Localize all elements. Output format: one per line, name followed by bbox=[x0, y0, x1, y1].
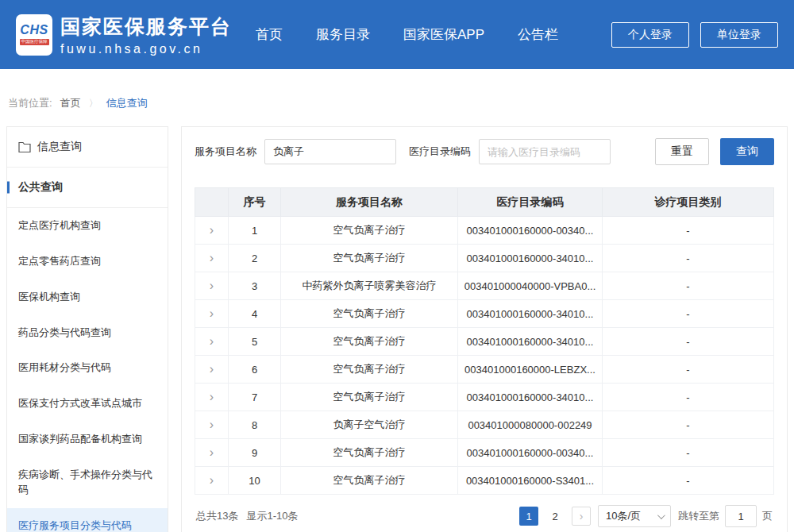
jump-suffix: 页 bbox=[762, 509, 773, 523]
row-code: 003401000160000-00340... bbox=[458, 217, 603, 245]
search-bar: 服务项目名称 医疗目录编码 重置 查询 bbox=[195, 138, 774, 165]
service-name-input[interactable] bbox=[264, 139, 396, 164]
next-page-button[interactable]: › bbox=[572, 507, 591, 526]
expand-chevron-icon[interactable]: › bbox=[210, 224, 214, 237]
row-expand-cell[interactable]: › bbox=[195, 356, 229, 384]
row-category: - bbox=[603, 411, 774, 439]
query-button[interactable]: 查询 bbox=[720, 138, 774, 165]
row-code: 003401000080000-002249 bbox=[458, 411, 603, 439]
row-no: 5 bbox=[229, 328, 281, 356]
row-expand-cell[interactable]: › bbox=[195, 300, 229, 328]
expand-chevron-icon[interactable]: › bbox=[210, 418, 214, 431]
row-name: 空气负离子治疗 bbox=[281, 384, 458, 411]
expand-chevron-icon[interactable]: › bbox=[210, 391, 214, 403]
content: 信息查询 公共查询 定点医疗机构查询 定点零售药店查询 医保机构查询 药品分类与… bbox=[0, 126, 794, 532]
page-button[interactable]: 1 bbox=[519, 507, 538, 526]
nav-item[interactable]: 公告栏 bbox=[518, 25, 558, 44]
catalog-code-input[interactable] bbox=[479, 139, 611, 164]
row-expand-cell[interactable]: › bbox=[195, 467, 229, 495]
row-code: 003401000160000-S3401... bbox=[458, 467, 603, 495]
row-code: 003401000160000-00340... bbox=[458, 439, 603, 467]
table-row[interactable]: › 8 负离子空气治疗 003401000080000-002249 - bbox=[195, 411, 774, 439]
row-code: 003401000160000-LEBZX... bbox=[458, 356, 603, 384]
breadcrumb-prefix: 当前位置: bbox=[8, 96, 52, 110]
login-button[interactable]: 单位登录 bbox=[700, 22, 778, 48]
row-category: - bbox=[603, 245, 774, 272]
service-name-label: 服务项目名称 bbox=[195, 145, 256, 159]
sidebar-item[interactable]: 医疗服务项目分类与代码 bbox=[7, 508, 168, 532]
sidebar-item[interactable]: 定点零售药店查询 bbox=[7, 244, 168, 279]
showing-range: 显示1-10条 bbox=[246, 509, 298, 523]
expand-chevron-icon[interactable]: › bbox=[210, 363, 214, 376]
reset-button[interactable]: 重置 bbox=[655, 138, 709, 165]
chevron-down-icon bbox=[657, 511, 665, 519]
header-code: 医疗目录编码 bbox=[458, 188, 603, 217]
nav-item[interactable]: 国家医保APP bbox=[403, 25, 484, 44]
sidebar-title: 信息查询 bbox=[7, 127, 168, 168]
row-no: 2 bbox=[229, 245, 281, 272]
expand-chevron-icon[interactable]: › bbox=[210, 474, 214, 487]
expand-chevron-icon[interactable]: › bbox=[210, 252, 214, 264]
table-row[interactable]: › 4 空气负离子治疗 003401000160000-34010... - bbox=[195, 300, 774, 328]
row-name: 空气负离子治疗 bbox=[281, 300, 458, 328]
row-name: 负离子空气治疗 bbox=[281, 411, 458, 439]
row-expand-cell[interactable]: › bbox=[195, 217, 229, 245]
table-row[interactable]: › 5 空气负离子治疗 003401000160000-34010... - bbox=[195, 328, 774, 356]
sidebar-item[interactable]: 国家谈判药品配备机构查询 bbox=[7, 422, 168, 457]
row-category: - bbox=[603, 467, 774, 495]
expand-chevron-icon[interactable]: › bbox=[210, 335, 214, 348]
breadcrumb-home[interactable]: 首页 bbox=[60, 96, 81, 110]
row-name: 空气负离子治疗 bbox=[281, 439, 458, 467]
sidebar-item[interactable]: 药品分类与代码查询 bbox=[7, 315, 168, 351]
page-button[interactable]: 2 bbox=[545, 507, 565, 526]
folder-icon bbox=[18, 141, 31, 152]
row-expand-cell[interactable]: › bbox=[195, 439, 229, 467]
table-row[interactable]: › 1 空气负离子治疗 003401000160000-00340... - bbox=[195, 217, 774, 245]
table-body: › 1 空气负离子治疗 003401000160000-00340... - ›… bbox=[195, 217, 774, 495]
catalog-code-label: 医疗目录编码 bbox=[409, 145, 471, 159]
row-expand-cell[interactable]: › bbox=[195, 328, 229, 356]
header-no: 序号 bbox=[229, 188, 281, 217]
page-size-select[interactable]: 10条/页 bbox=[598, 505, 671, 527]
table-footer: 总共13条 显示1-10条 1 2 › 10条/页 跳转至第 页 bbox=[195, 495, 774, 532]
sidebar-item[interactable]: 医保机构查询 bbox=[7, 279, 168, 315]
nav-item[interactable]: 服务目录 bbox=[316, 25, 370, 44]
row-no: 3 bbox=[229, 272, 281, 300]
row-category: - bbox=[603, 217, 774, 245]
table-row[interactable]: › 2 空气负离子治疗 003401000160000-34010... - bbox=[195, 245, 774, 272]
table-row[interactable]: › 3 中药紫外负离子喷雾美容治疗 003401000040000-VPBA0.… bbox=[195, 272, 774, 300]
expand-chevron-icon[interactable]: › bbox=[210, 279, 214, 292]
login-button[interactable]: 个人登录 bbox=[611, 22, 689, 48]
brand-text: 国家医保服务平台 fuwu.nhsa.gov.cn bbox=[60, 13, 232, 56]
sidebar-item[interactable]: 疾病诊断、手术操作分类与代码 bbox=[7, 457, 168, 508]
sidebar-item[interactable]: 医保支付方式改革试点城市 bbox=[7, 386, 168, 422]
sidebar-item[interactable]: 定点医疗机构查询 bbox=[7, 208, 168, 244]
row-name: 中药紫外负离子喷雾美容治疗 bbox=[281, 272, 458, 300]
pagination: 1 2 › 10条/页 跳转至第 页 bbox=[519, 505, 773, 527]
row-name: 空气负离子治疗 bbox=[281, 245, 458, 272]
row-expand-cell[interactable]: › bbox=[195, 411, 229, 439]
expand-chevron-icon[interactable]: › bbox=[210, 446, 214, 459]
row-no: 4 bbox=[229, 300, 281, 328]
header: CHS 中国医疗保障 国家医保服务平台 fuwu.nhsa.gov.cn 首页 … bbox=[0, 0, 794, 69]
row-name: 空气负离子治疗 bbox=[281, 328, 458, 356]
row-no: 10 bbox=[229, 467, 281, 495]
row-no: 6 bbox=[229, 356, 281, 384]
expand-chevron-icon[interactable]: › bbox=[210, 307, 214, 320]
table-row[interactable]: › 7 空气负离子治疗 003401000160000-34010... - bbox=[195, 384, 774, 411]
sidebar-title-label: 信息查询 bbox=[37, 140, 82, 154]
row-expand-cell[interactable]: › bbox=[195, 245, 229, 272]
row-code: 003401000160000-34010... bbox=[458, 328, 603, 356]
row-expand-cell[interactable]: › bbox=[195, 272, 229, 300]
jump-page-input[interactable] bbox=[725, 505, 757, 527]
row-code: 003401000040000-VPBA0... bbox=[458, 272, 603, 300]
jump-to-page: 跳转至第 页 bbox=[678, 505, 773, 527]
table-row[interactable]: › 10 空气负离子治疗 003401000160000-S3401... - bbox=[195, 467, 774, 495]
table-row[interactable]: › 9 空气负离子治疗 003401000160000-00340... - bbox=[195, 439, 774, 467]
table-row[interactable]: › 6 空气负离子治疗 003401000160000-LEBZX... - bbox=[195, 356, 774, 384]
nav-item[interactable]: 首页 bbox=[256, 25, 283, 44]
logo-chs-text: CHS bbox=[20, 24, 48, 37]
row-expand-cell[interactable]: › bbox=[195, 384, 229, 411]
sidebar-section-public-query[interactable]: 公共查询 bbox=[7, 168, 168, 208]
sidebar-item[interactable]: 医用耗材分类与代码 bbox=[7, 350, 168, 386]
